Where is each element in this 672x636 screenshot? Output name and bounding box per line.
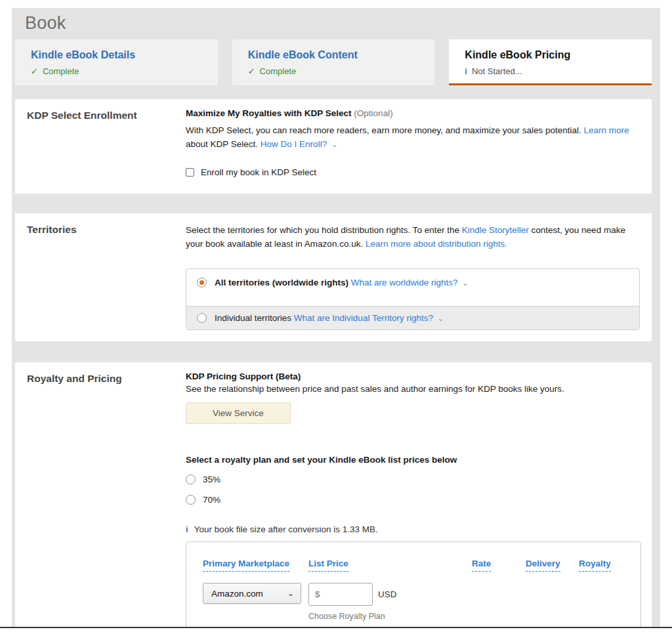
tab-status-text: Complete: [43, 66, 79, 76]
chevron-down-icon: ⌄: [287, 589, 294, 598]
info-icon: i: [186, 524, 188, 534]
royalty-70-label: 70%: [203, 495, 220, 505]
royalty-plan-70-row: 70%: [186, 494, 641, 505]
checkmark-icon: ✓: [31, 66, 38, 76]
kindle-storyteller-link[interactable]: Kindle Storyteller: [462, 225, 529, 235]
kdp-select-title: Maximize My Royalties with KDP Select: [186, 108, 352, 118]
tab-status: ✓ Complete: [31, 66, 202, 76]
page-title: Book: [25, 13, 66, 33]
distribution-rights-link[interactable]: Learn more about distribution rights.: [366, 239, 507, 249]
tab-title: Kindle eBook Content: [248, 49, 419, 61]
screenshot-cut-line: [0, 627, 672, 628]
kdp-book-setup-page: Book Kindle eBook Details ✓ Complete Kin…: [12, 8, 660, 627]
royalty-plan-35-row: 35%: [186, 473, 641, 485]
how-do-i-enroll-link[interactable]: How Do I Enroll?: [261, 139, 327, 149]
kdp-select-description: With KDP Select, you can reach more read…: [186, 124, 641, 152]
section-territories: Territories Select the territories for w…: [15, 213, 652, 341]
column-list-price[interactable]: List Price: [308, 559, 348, 572]
all-territories-radio[interactable]: [197, 278, 207, 287]
chevron-down-icon: ⌄: [438, 314, 444, 322]
file-size-text: Your book file size after conversion is …: [194, 524, 378, 534]
section-heading: Territories: [27, 224, 179, 236]
choose-royalty-plan-hint: Choose Royalty Plan: [308, 612, 472, 621]
tab-kindle-ebook-details[interactable]: Kindle eBook Details ✓ Complete: [15, 39, 218, 85]
section-heading: Royalty and Pricing: [27, 373, 179, 385]
all-territories-label: All territories (worldwide rights): [215, 278, 348, 287]
kdp-select-title-line: Maximize My Royalties with KDP Select (O…: [186, 108, 641, 118]
column-royalty[interactable]: Royalty: [579, 559, 611, 572]
individual-territories-option[interactable]: Individual territories What are Individu…: [186, 306, 639, 329]
individual-territories-radio[interactable]: [197, 313, 207, 323]
section-kdp-select-enrollment: KDP Select Enrollment Maximize My Royalt…: [15, 99, 652, 194]
territories-option-box: All territories (worldwide rights) What …: [186, 268, 640, 330]
ebook-setup-tabs: Kindle eBook Details ✓ Complete Kindle e…: [15, 39, 652, 85]
marketplace-select[interactable]: Amazon.com ⌄: [203, 583, 301, 604]
tab-title: Kindle eBook Details: [31, 49, 202, 61]
chevron-down-icon: ⌄: [331, 140, 337, 148]
tab-status: i Not Started...: [465, 66, 636, 76]
royalty-35-radio[interactable]: [186, 475, 196, 484]
royalty-70-radio[interactable]: [186, 495, 196, 505]
pricing-table-header: Primary Marketplace List Price Rate Deli…: [203, 559, 640, 572]
territories-description: Select the territories for which you hol…: [186, 224, 641, 251]
view-service-button[interactable]: View Service: [186, 402, 291, 424]
chevron-down-icon: ⌄: [462, 279, 468, 287]
enroll-kdp-select-checkbox[interactable]: [186, 168, 194, 177]
tab-status-text: Complete: [260, 66, 297, 76]
tab-title: Kindle eBook Pricing: [465, 49, 636, 61]
currency-label: USD: [378, 589, 397, 599]
tab-kindle-ebook-pricing[interactable]: Kindle eBook Pricing i Not Started...: [449, 39, 652, 85]
individual-territory-rights-link[interactable]: What are Individual Territory rights?: [294, 313, 433, 323]
pricing-support-description: See the relationship between price and p…: [186, 384, 641, 394]
column-primary-marketplace[interactable]: Primary Marketplace: [203, 559, 289, 572]
optional-label: (Optional): [354, 108, 392, 118]
info-icon: i: [465, 66, 467, 76]
worldwide-rights-link[interactable]: What are worldwide rights?: [351, 278, 458, 287]
column-delivery[interactable]: Delivery: [526, 559, 560, 572]
pricing-support-title: KDP Pricing Support (Beta): [186, 371, 641, 381]
checkmark-icon: ✓: [248, 66, 255, 76]
marketplace-selected-value: Amazon.com: [211, 589, 263, 599]
file-size-note: i Your book file size after conversion i…: [186, 524, 641, 534]
enroll-kdp-select-label: Enroll my book in KDP Select: [201, 167, 316, 177]
pricing-table-row: Amazon.com ⌄ USD Choose Royalty Plan All…: [203, 583, 640, 627]
tab-status-text: Not Started...: [472, 66, 522, 76]
royalty-plan-title: Select a royalty plan and set your Kindl…: [186, 455, 641, 465]
learn-more-link[interactable]: Learn more: [584, 125, 629, 135]
enroll-kdp-select-row: Enroll my book in KDP Select: [186, 167, 641, 177]
royalty-35-label: 35%: [203, 475, 220, 484]
all-territories-option[interactable]: All territories (worldwide rights) What …: [186, 269, 639, 306]
column-rate[interactable]: Rate: [472, 559, 491, 572]
tab-kindle-ebook-content[interactable]: Kindle eBook Content ✓ Complete: [232, 39, 435, 85]
list-price-input[interactable]: [308, 583, 373, 606]
section-heading: KDP Select Enrollment: [27, 110, 179, 121]
individual-territories-label: Individual territories: [215, 313, 291, 323]
tab-status: ✓ Complete: [248, 66, 419, 76]
pricing-table: Primary Marketplace List Price Rate Deli…: [186, 541, 641, 627]
section-royalty-and-pricing: Royalty and Pricing KDP Pricing Support …: [15, 362, 652, 627]
